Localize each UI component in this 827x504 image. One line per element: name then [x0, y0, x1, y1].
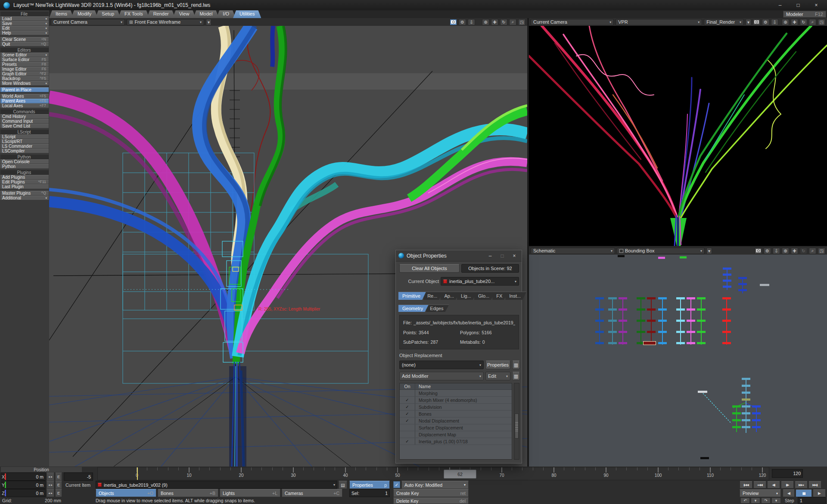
sidebar-item[interactable]: LS Commander [0, 144, 49, 149]
schematic-camera-view-button[interactable] [755, 248, 762, 254]
modifier-checkmark[interactable]: ✓ [400, 417, 415, 424]
envelope-button[interactable]: E [55, 481, 62, 489]
envelope-button[interactable]: E [55, 473, 62, 481]
close-button[interactable]: × [809, 0, 824, 10]
delete-key-button[interactable]: Delete Key del [393, 498, 469, 504]
add-modifier-select[interactable]: Add Modifier ▾ [399, 372, 484, 380]
sidebar-item[interactable]: Surface Editor F5 [0, 57, 49, 62]
selection-mode-button[interactable]: Objects +O [96, 489, 156, 497]
vpr-zoom-button[interactable]: ⌕ [809, 19, 816, 25]
dialog-tab[interactable]: Primitive [398, 292, 426, 300]
zoom-view-button[interactable]: ⌕ [509, 19, 516, 25]
modifier-checkmark[interactable] [400, 431, 415, 438]
viewport-vpr-canvas[interactable] [529, 26, 827, 246]
modifier-row[interactable]: ✓ Bones [400, 411, 512, 417]
item-properties-button[interactable]: Properties p [349, 481, 390, 489]
modifier-checkmark[interactable]: ✓ [400, 404, 415, 410]
pause-button[interactable]: ▮▮ [796, 489, 812, 497]
sidebar-item[interactable]: Python [0, 164, 49, 169]
dialog-maximize-button[interactable]: □ [497, 252, 507, 260]
modifier-checkmark[interactable]: ✓ [400, 411, 415, 417]
menu-tab[interactable]: Model [193, 10, 219, 18]
sidebar-item[interactable]: Open Console [0, 159, 49, 164]
sidebar-item[interactable]: Parent in Place [0, 87, 49, 92]
transport-button[interactable]: ▶▶● [795, 481, 808, 488]
current-object-select[interactable]: inertia_plus_tube20... ▾ [441, 277, 519, 286]
sidebar-item[interactable]: World Axes +F5 [0, 94, 49, 99]
save-view-button[interactable]: ⇩ [468, 19, 475, 25]
schematic-node[interactable] [760, 284, 769, 286]
transport-button[interactable]: ▮◀◀ [740, 481, 752, 488]
step-value-field[interactable]: 1 [798, 497, 826, 504]
undo-redo-button[interactable]: ▾ [751, 498, 760, 504]
frame-slider[interactable]: 62 [444, 470, 476, 479]
sidebar-item[interactable]: Command Input [0, 119, 49, 124]
viewport-settings-button[interactable]: ⚙ [459, 19, 466, 25]
object-replacement-select[interactable]: (none) ▾ [399, 361, 484, 369]
sidebar-item[interactable]: Last Plugin [0, 184, 49, 189]
minimize-button[interactable]: – [773, 0, 787, 10]
menu-tab[interactable]: FX Tools [118, 10, 149, 18]
menu-tab[interactable]: View [173, 10, 196, 18]
vpr-pan-button[interactable]: ✚ [791, 19, 798, 25]
preview-select[interactable]: Preview ▾ [740, 489, 781, 497]
sidebar-item[interactable]: Load ▾ [0, 16, 49, 21]
auto-key-checkbox[interactable]: ✓ [393, 481, 400, 488]
play-forward-button[interactable]: ▶ [813, 489, 826, 497]
current-item-select[interactable]: inertia_plus_tube2019_v002 (9) ▾ [96, 481, 337, 489]
sidebar-item[interactable]: Edit Plugins *F11 [0, 180, 49, 184]
sidebar-item[interactable]: Parent Axes +F6 [0, 99, 49, 103]
create-key-button[interactable]: Create Key ret [393, 489, 469, 497]
modifier-row[interactable]: ✓ Subdivision [400, 404, 512, 411]
axis-value-field[interactable]: 0 m [6, 481, 46, 489]
schematic-options-chevron[interactable]: ▾ [706, 248, 712, 254]
modifier-row[interactable]: ✓ Morph Mixer (4 endomorphs) [400, 397, 512, 404]
selection-mode-button[interactable]: Lights +L [220, 489, 280, 497]
schematic-node[interactable] [698, 391, 707, 393]
timeline-ruler[interactable]: 0102030405060708090100110120 62 [97, 467, 769, 480]
sidebar-item[interactable]: Backdrop ^F5 [0, 76, 49, 81]
schematic-rotate-button[interactable]: ↻ [800, 248, 807, 254]
transport-button[interactable]: ◀▮ [767, 481, 780, 488]
sidebar-item[interactable]: More Windows ▾ [0, 81, 49, 86]
render-mode-select[interactable]: ⊞ Front Face Wireframe ▾ [127, 19, 204, 25]
mini-slider[interactable]: ◄► [47, 481, 54, 489]
viewport-schematic-canvas[interactable] [529, 255, 827, 467]
rotate-view-button[interactable]: ↻ [500, 19, 507, 25]
checkbox-icon[interactable] [619, 249, 623, 253]
play-reverse-button[interactable]: ◀ [783, 489, 795, 497]
axis-value-field[interactable]: 0 m [6, 489, 46, 497]
maximize-button[interactable]: □ [791, 0, 805, 10]
dialog-subtab[interactable]: Geometry [398, 305, 429, 312]
modifier-checkmark[interactable] [400, 390, 415, 396]
item-list-button[interactable]: ▤ [339, 481, 347, 489]
schematic-center-button[interactable]: ⊕ [782, 248, 789, 254]
menu-tab[interactable]: Render [147, 10, 175, 18]
sidebar-item[interactable]: Quit +Q [0, 42, 49, 47]
modifier-checkmark[interactable] [400, 424, 415, 431]
modeler-button[interactable]: Modeler F12 [783, 11, 826, 18]
sidebar-item[interactable]: Clear Scene +N [0, 37, 49, 42]
schematic-settings-button[interactable]: ⚙ [764, 248, 771, 254]
sidebar-item[interactable]: Save Cmd List [0, 124, 49, 128]
modifier-scrollbar[interactable] [514, 383, 519, 460]
vpr-camera-view-button[interactable] [753, 19, 760, 25]
sidebar-item[interactable]: LScript [0, 134, 49, 139]
undo-redo-button[interactable]: ▾ [771, 498, 781, 504]
schematic-node[interactable] [658, 257, 665, 259]
pan-view-button[interactable]: ✚ [491, 19, 498, 25]
schematic-node[interactable] [700, 457, 709, 459]
vpr-settings-button[interactable]: ⚙ [762, 19, 769, 25]
menu-tab[interactable]: I/O [216, 10, 236, 18]
schematic-zoom-button[interactable]: ⌕ [809, 248, 816, 254]
mini-slider[interactable]: ◄► [47, 473, 54, 481]
dialog-tab[interactable]: Inst... [505, 292, 526, 300]
sidebar-item[interactable]: LScript/RT [0, 139, 49, 144]
dialog-tab[interactable]: Glo... [474, 292, 495, 300]
dialog-title-bar[interactable]: Object Properties – □ × [396, 250, 522, 261]
schematic-view-select[interactable]: Schematic ▾ [531, 248, 615, 254]
sidebar-item[interactable]: Cmd History [0, 114, 49, 119]
modifier-row[interactable]: ✓ Inertia_plus (1.00) 07/18 [400, 438, 512, 445]
sidebar-item[interactable]: Edit ▾ [0, 26, 49, 31]
vpr-render-target-select[interactable]: Final_Render ▾ [704, 19, 744, 25]
